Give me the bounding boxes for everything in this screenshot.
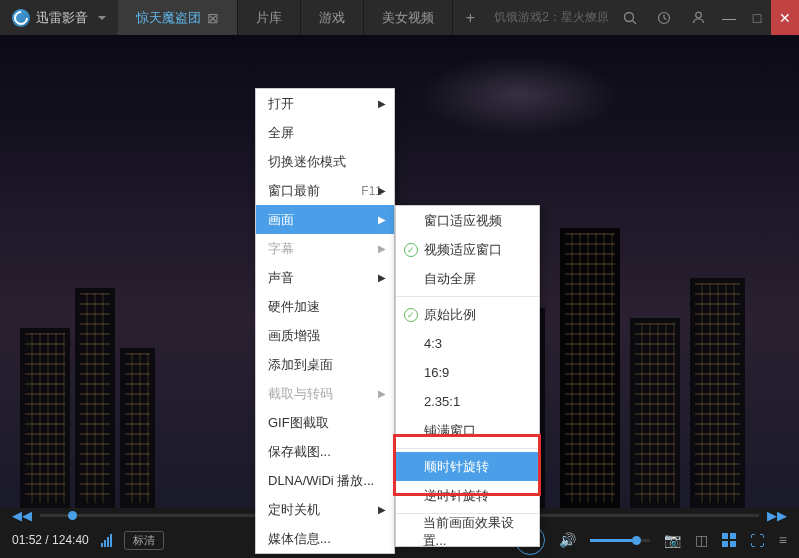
chevron-right-icon: ▶	[378, 272, 386, 283]
tab-label: 惊天魔盗团	[136, 9, 201, 27]
menu-label: 定时关机	[268, 501, 320, 519]
submenu-original-ratio[interactable]: 原始比例	[396, 300, 539, 329]
menu-label: 媒体信息...	[268, 530, 331, 548]
submenu-rotate-ccw[interactable]: 逆时针旋转	[396, 481, 539, 510]
menu-label: 画面	[268, 211, 294, 229]
chevron-right-icon: ▶	[378, 185, 386, 196]
pip-icon[interactable]: ◫	[695, 532, 708, 548]
app-name: 迅雷影音	[36, 9, 88, 27]
svg-line-1	[633, 20, 637, 24]
time-display: 01:52 / 124:40	[12, 533, 89, 547]
chevron-right-icon: ▶	[378, 214, 386, 225]
quality-button[interactable]: 标清	[124, 531, 164, 550]
menu-capture-encode[interactable]: 截取与转码▶	[256, 379, 394, 408]
menu-picture[interactable]: 画面▶	[256, 205, 394, 234]
check-icon	[404, 308, 418, 322]
menu-label: 自动全屏	[424, 270, 476, 288]
menu-gif-capture[interactable]: GIF图截取	[256, 408, 394, 437]
svg-point-0	[625, 12, 634, 21]
menu-label: 截取与转码	[268, 385, 333, 403]
menu-label: GIF图截取	[268, 414, 329, 432]
submenu-ratio-235[interactable]: 2.35:1	[396, 387, 539, 416]
menu-subtitle[interactable]: 字幕▶	[256, 234, 394, 263]
caret-down-icon	[98, 16, 106, 20]
minimize-button[interactable]: —	[715, 0, 743, 35]
chevron-right-icon: ▶	[378, 98, 386, 109]
menu-label: 窗口适应视频	[424, 212, 502, 230]
menu-separator	[396, 296, 539, 297]
menu-label: 铺满窗口	[424, 422, 476, 440]
menu-label: DLNA/WiDi 播放...	[268, 472, 374, 490]
search-icon[interactable]	[617, 5, 643, 31]
app-menu[interactable]: 迅雷影音	[0, 0, 118, 35]
volume-thumb[interactable]	[632, 536, 641, 545]
next-button[interactable]: ▶▶	[767, 508, 787, 523]
prev-button[interactable]: ◀◀	[12, 508, 32, 523]
menu-label: 添加到桌面	[268, 356, 333, 374]
menu-always-top[interactable]: 窗口最前F11▶	[256, 176, 394, 205]
menu-save-capture[interactable]: 保存截图...	[256, 437, 394, 466]
menu-label: 保存截图...	[268, 443, 331, 461]
menu-open[interactable]: 打开▶	[256, 89, 394, 118]
menu-label: 原始比例	[424, 306, 476, 324]
tab-library[interactable]: 片库	[238, 0, 301, 35]
menu-hw-accel[interactable]: 硬件加速	[256, 292, 394, 321]
submenu-auto-full[interactable]: 自动全屏	[396, 264, 539, 293]
menu-mini-mode[interactable]: 切换迷你模式	[256, 147, 394, 176]
svg-point-5	[695, 12, 701, 18]
tab-beauty[interactable]: 美女视频	[364, 0, 453, 35]
menu-timer-off[interactable]: 定时关机▶	[256, 495, 394, 524]
menu-label: 逆时针旋转	[424, 487, 489, 505]
menu-add-desktop[interactable]: 添加到桌面	[256, 350, 394, 379]
menu-label: 窗口最前	[268, 182, 320, 200]
menu-label: 画质增强	[268, 327, 320, 345]
volume-icon[interactable]: 🔊	[559, 532, 576, 548]
menu-dlna[interactable]: DLNA/WiDi 播放...	[256, 466, 394, 495]
user-icon[interactable]	[685, 5, 711, 31]
menu-sound[interactable]: 声音▶	[256, 263, 394, 292]
titlebar: 迅雷影音 惊天魔盗团 ⊠ 片库 游戏 美女视频 + 饥饿游戏2：星火燎原 — □…	[0, 0, 799, 35]
playlist-icon[interactable]: ≡	[779, 532, 787, 548]
chevron-right-icon: ▶	[378, 504, 386, 515]
submenu-fit-window[interactable]: 窗口适应视频	[396, 206, 539, 235]
tab-movie[interactable]: 惊天魔盗团 ⊠	[118, 0, 238, 35]
submenu-rotate-cw[interactable]: 顺时针旋转	[396, 452, 539, 481]
menu-label: 2.35:1	[424, 394, 460, 409]
search-placeholder[interactable]: 饥饿游戏2：星火燎原	[494, 9, 609, 26]
grid-icon[interactable]	[722, 533, 736, 547]
menu-fullscreen[interactable]: 全屏	[256, 118, 394, 147]
menu-media-info[interactable]: 媒体信息...	[256, 524, 394, 553]
picture-submenu: 窗口适应视频 视频适应窗口 自动全屏 原始比例 4:3 16:9 2.35:1 …	[395, 205, 540, 547]
submenu-fill[interactable]: 铺满窗口	[396, 416, 539, 445]
menu-label: 视频适应窗口	[424, 241, 502, 259]
close-icon[interactable]: ⊠	[207, 10, 219, 26]
close-button[interactable]: ✕	[771, 0, 799, 35]
menu-label: 字幕	[268, 240, 294, 258]
tab-label: 片库	[256, 9, 282, 27]
submenu-effects[interactable]: 当前画面效果设置...	[396, 517, 539, 546]
menu-label: 打开	[268, 95, 294, 113]
progress-thumb[interactable]	[68, 511, 77, 520]
submenu-fit-video[interactable]: 视频适应窗口	[396, 235, 539, 264]
volume-slider[interactable]	[590, 539, 650, 542]
app-logo-icon	[12, 9, 30, 27]
menu-label: 全屏	[268, 124, 294, 142]
window-controls: — □ ✕	[715, 0, 799, 35]
menu-enhance[interactable]: 画质增强	[256, 321, 394, 350]
svg-line-4	[664, 18, 667, 20]
screenshot-icon[interactable]: 📷	[664, 532, 681, 548]
chevron-right-icon: ▶	[378, 388, 386, 399]
menu-label: 16:9	[424, 365, 449, 380]
maximize-button[interactable]: □	[743, 0, 771, 35]
add-tab-button[interactable]: +	[453, 9, 488, 27]
submenu-ratio-43[interactable]: 4:3	[396, 329, 539, 358]
history-icon[interactable]	[651, 5, 677, 31]
fullscreen-icon[interactable]: ⛶	[750, 532, 765, 549]
tab-games[interactable]: 游戏	[301, 0, 364, 35]
context-menu: 打开▶ 全屏 切换迷你模式 窗口最前F11▶ 画面▶ 字幕▶ 声音▶ 硬件加速 …	[255, 88, 395, 554]
signal-icon[interactable]	[101, 534, 112, 547]
submenu-ratio-169[interactable]: 16:9	[396, 358, 539, 387]
menu-label: 当前画面效果设置...	[423, 514, 527, 550]
chevron-right-icon: ▶	[378, 243, 386, 254]
menu-label: 声音	[268, 269, 294, 287]
